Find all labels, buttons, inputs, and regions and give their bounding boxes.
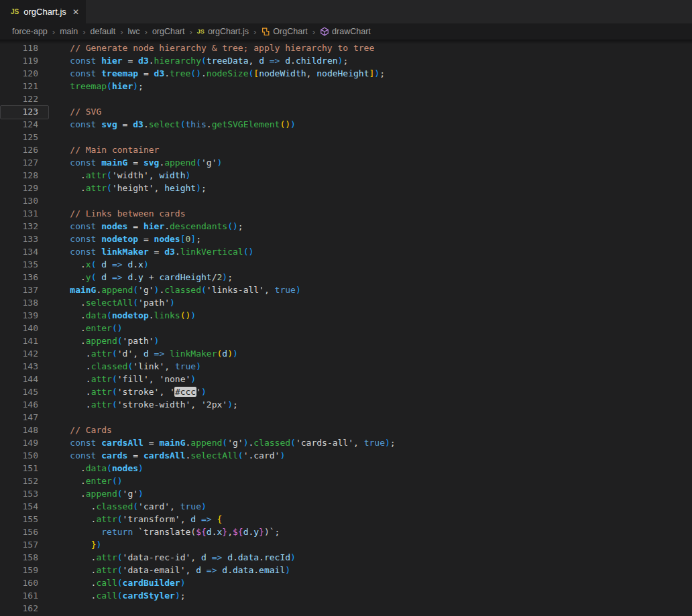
line-number[interactable]: 139 (0, 309, 38, 322)
line-number[interactable]: 119 (0, 54, 38, 67)
code-line[interactable]: 160 .call(cardBuilder) (0, 576, 692, 589)
code-line[interactable]: 158 .attr('data-rec-id', d => d.data.rec… (0, 551, 692, 564)
breadcrumb-item-lwc[interactable]: lwc (127, 27, 139, 36)
line-number[interactable]: 148 (0, 424, 38, 436)
line-number[interactable]: 133 (0, 233, 38, 245)
line-number[interactable]: 161 (0, 589, 38, 602)
line-number[interactable]: 145 (0, 385, 38, 398)
code-line[interactable]: 152 .enter() (0, 475, 692, 487)
code-line[interactable]: 157 }) (0, 538, 692, 551)
line-number[interactable]: 126 (0, 143, 38, 156)
line-number[interactable]: 132 (0, 220, 38, 233)
line-number[interactable]: 136 (0, 271, 38, 284)
breadcrumb-item-orgchart[interactable]: OrgChart (261, 27, 307, 36)
editor[interactable]: 118 // Generate node hierarchy & tree; a… (0, 40, 692, 616)
line-number[interactable]: 154 (0, 500, 38, 513)
code-line[interactable]: 141 .append('path') (0, 334, 692, 347)
line-number[interactable]: 127 (0, 156, 38, 169)
code-line[interactable]: 133 const nodetop = nodes[0]; (0, 233, 692, 245)
line-number[interactable]: 156 (0, 526, 38, 538)
code-line[interactable]: 146 .attr('stroke-width', '2px'); (0, 398, 692, 411)
line-number[interactable]: 142 (0, 347, 38, 360)
code-line[interactable]: 153 .append('g') (0, 487, 692, 500)
code-line[interactable]: 123 // SVG (0, 105, 692, 118)
breadcrumb-item-main[interactable]: main (60, 27, 78, 36)
breadcrumb-item-orgchart[interactable]: orgChart (152, 27, 185, 36)
close-icon[interactable]: ✕ (72, 7, 79, 17)
line-number[interactable]: 150 (0, 449, 38, 462)
code-line[interactable]: 156 return `translate(${d.x},${d.y})`; (0, 526, 692, 538)
line-number[interactable]: 147 (0, 411, 38, 424)
line-number[interactable]: 146 (0, 398, 38, 411)
line-number[interactable]: 137 (0, 284, 38, 296)
line-number[interactable]: 125 (0, 131, 38, 143)
code-line[interactable]: 124 const svg = d3.select(this.getSVGEle… (0, 118, 692, 131)
line-number[interactable]: 130 (0, 194, 38, 207)
line-number[interactable]: 118 (0, 42, 38, 54)
tab-orgchart-js[interactable]: JS orgChart.js ✕ (0, 0, 86, 23)
code-line[interactable]: 159 .attr('data-email', d => d.data.emai… (0, 564, 692, 576)
line-number[interactable]: 120 (0, 67, 38, 80)
line-number[interactable]: 162 (0, 602, 38, 615)
code-line[interactable]: 120 const treemap = d3.tree().nodeSize([… (0, 67, 692, 80)
line-number[interactable]: 143 (0, 360, 38, 373)
breadcrumb-item-drawchart[interactable]: drawChart (320, 27, 371, 36)
line-number[interactable]: 129 (0, 182, 38, 194)
line-number[interactable]: 158 (0, 551, 38, 564)
line-number[interactable]: 123 (0, 105, 38, 118)
line-number[interactable]: 144 (0, 373, 38, 385)
line-number[interactable]: 151 (0, 462, 38, 475)
line-number[interactable]: 131 (0, 207, 38, 220)
line-number[interactable]: 121 (0, 80, 38, 93)
line-number[interactable]: 160 (0, 576, 38, 589)
code-line[interactable]: 145 .attr('stroke', '#ccc') (0, 385, 692, 398)
code-line[interactable]: 136 .y( d => d.y + cardHeight/2); (0, 271, 692, 284)
code-line[interactable]: 125 (0, 131, 692, 143)
line-number[interactable]: 149 (0, 436, 38, 449)
code-line[interactable]: 119 const hier = d3.hierarchy(treeData, … (0, 54, 692, 67)
code-line[interactable]: 150 const cards = cardsAll.selectAll('.c… (0, 449, 692, 462)
line-number[interactable]: 138 (0, 296, 38, 309)
line-number[interactable]: 122 (0, 93, 38, 105)
code-line[interactable]: 151 .data(nodes) (0, 462, 692, 475)
breadcrumb-item-default[interactable]: default (91, 27, 116, 36)
code-line[interactable]: 154 .classed('card', true) (0, 500, 692, 513)
code-line[interactable]: 139 .data(nodetop.links()) (0, 309, 692, 322)
code-line[interactable]: 121 treemap(hier); (0, 80, 692, 93)
code-line[interactable]: 122 (0, 93, 692, 105)
line-number[interactable]: 128 (0, 169, 38, 182)
code-line[interactable]: 129 .attr('height', height); (0, 182, 692, 194)
line-number[interactable]: 157 (0, 538, 38, 551)
code-line[interactable]: 128 .attr('width', width) (0, 169, 692, 182)
line-number[interactable]: 155 (0, 513, 38, 526)
code-line[interactable]: 143 .classed('link', true) (0, 360, 692, 373)
color-swatch-highlight[interactable]: #ccc (174, 387, 196, 397)
line-number[interactable]: 153 (0, 487, 38, 500)
code-line[interactable]: 161 .call(cardStyler); (0, 589, 692, 602)
code-line[interactable]: 147 (0, 411, 692, 424)
code-line[interactable]: 144 .attr('fill', 'none') (0, 373, 692, 385)
line-number[interactable]: 124 (0, 118, 38, 131)
code-line[interactable]: 162 (0, 602, 692, 615)
code-line[interactable]: 135 .x( d => d.x) (0, 258, 692, 271)
code-line[interactable]: 134 const linkMaker = d3.linkVertical() (0, 245, 692, 258)
line-number[interactable]: 159 (0, 564, 38, 576)
code-line[interactable]: 130 (0, 194, 692, 207)
code-line[interactable]: 148 // Cards (0, 424, 692, 436)
code-line[interactable]: 118 // Generate node hierarchy & tree; a… (0, 42, 692, 54)
code-line[interactable]: 155 .attr('transform', d => { (0, 513, 692, 526)
code-line[interactable]: 149 const cardsAll = mainG.append('g').c… (0, 436, 692, 449)
line-number[interactable]: 141 (0, 334, 38, 347)
line-number[interactable]: 140 (0, 322, 38, 334)
breadcrumb-item-orgchart-js[interactable]: JSorgChart.js (197, 27, 249, 36)
code-line[interactable]: 131 // Links between cards (0, 207, 692, 220)
code-line[interactable]: 137 mainG.append('g').classed('links-all… (0, 284, 692, 296)
breadcrumb-item-force-app[interactable]: force-app (12, 27, 48, 36)
line-number[interactable]: 134 (0, 245, 38, 258)
code-line[interactable]: 132 const nodes = hier.descendants(); (0, 220, 692, 233)
line-number[interactable]: 135 (0, 258, 38, 271)
code-line[interactable]: 126 // Main container (0, 143, 692, 156)
code-line[interactable]: 127 const mainG = svg.append('g') (0, 156, 692, 169)
code-line[interactable]: 142 .attr('d', d => linkMaker(d)) (0, 347, 692, 360)
line-number[interactable]: 152 (0, 475, 38, 487)
